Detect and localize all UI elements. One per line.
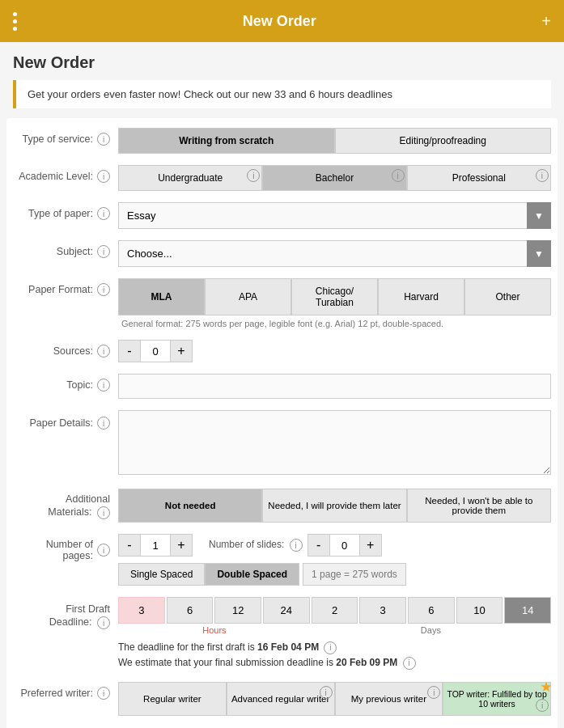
- deadline-12h-btn[interactable]: 12: [214, 597, 261, 624]
- pages-info-icon[interactable]: i: [97, 544, 110, 557]
- apa-btn[interactable]: APA: [205, 278, 291, 315]
- preferred-writer-info-icon[interactable]: i: [97, 687, 110, 700]
- top-bar: New Order +: [0, 0, 564, 42]
- provide-later-btn[interactable]: Needed, I will provide them later: [262, 489, 406, 523]
- deadline-14d-btn[interactable]: 14: [504, 597, 551, 624]
- deadline-2d-btn[interactable]: 2: [312, 597, 358, 624]
- deadline-6d-btn[interactable]: 6: [408, 597, 455, 624]
- slides-label: Number of slides: i: [209, 539, 303, 552]
- paper-format-label: Paper Format: i: [13, 278, 118, 296]
- deadline-10d-btn[interactable]: 10: [456, 597, 503, 624]
- sources-decrement-btn[interactable]: -: [118, 340, 141, 362]
- paper-format-info-icon[interactable]: i: [97, 283, 110, 296]
- bachelor-btn[interactable]: Bachelor i: [262, 165, 406, 191]
- spacing-group: Single Spaced Double Spaced 1 page = 275…: [118, 563, 551, 586]
- chicago-btn[interactable]: Chicago/ Turabian: [291, 278, 378, 315]
- type-of-paper-select[interactable]: Essay: [118, 202, 551, 229]
- deadline-3h-btn[interactable]: 3: [118, 597, 165, 624]
- editing-proofreading-btn[interactable]: Editing/proofreading: [335, 128, 552, 154]
- notice-banner: Get your orders even faster now! Check o…: [13, 80, 551, 108]
- paper-details-row: Paper Details: i: [13, 410, 551, 477]
- not-needed-btn[interactable]: Not needed: [118, 489, 262, 523]
- academic-level-info-icon[interactable]: i: [97, 170, 110, 183]
- advanced-writer-btn[interactable]: Advanced regular writer i: [227, 682, 335, 716]
- sources-info-icon[interactable]: i: [97, 345, 110, 358]
- deadline-6h-btn[interactable]: 6: [167, 597, 214, 624]
- deadline-3d-btn[interactable]: 3: [359, 597, 406, 624]
- top-writer-btn[interactable]: TOP writer: Fulfilled by top 10 writers …: [443, 682, 551, 716]
- previous-writer-info-icon[interactable]: i: [427, 686, 440, 699]
- preferred-writer-row: Preferred writer: i Regular writer Advan…: [13, 682, 551, 716]
- days-label: Days: [311, 625, 551, 635]
- type-of-service-info-icon[interactable]: i: [97, 133, 110, 146]
- topic-input-wrapper: [118, 374, 551, 399]
- topic-info-icon[interactable]: i: [97, 379, 110, 392]
- paper-details-textarea[interactable]: [118, 410, 551, 475]
- single-spaced-btn[interactable]: Single Spaced: [118, 563, 205, 586]
- undergraduate-btn[interactable]: Undergraduate i: [118, 165, 262, 191]
- mla-btn[interactable]: MLA: [118, 278, 205, 315]
- regular-writer-btn[interactable]: Regular writer: [118, 682, 227, 716]
- undergraduate-info-icon[interactable]: i: [247, 169, 260, 182]
- type-of-paper-info-icon[interactable]: i: [97, 207, 110, 220]
- preferred-writer-label: Preferred writer: i: [13, 682, 118, 700]
- double-spaced-btn[interactable]: Double Spaced: [205, 563, 299, 586]
- type-of-paper-row: Type of paper: i Essay ▼: [13, 202, 551, 229]
- slides-info-icon[interactable]: i: [290, 539, 303, 552]
- pages-stepper: - 1 +: [118, 534, 193, 557]
- deadline-info-icon[interactable]: i: [97, 616, 110, 629]
- academic-level-group: Undergraduate i Bachelor i Professional …: [118, 165, 551, 191]
- form-container: Type of service: i Writing from scratch …: [6, 118, 558, 728]
- advanced-writer-info-icon[interactable]: i: [320, 686, 333, 699]
- sources-label: Sources: i: [13, 340, 118, 358]
- pages-slides-row: Number of pages: i - 1 + Number of slide…: [13, 534, 551, 586]
- top-writer-info-icon[interactable]: i: [536, 699, 549, 712]
- academic-level-label: Academic Level: i: [13, 165, 118, 183]
- words-hint: 1 page = 275 words: [303, 563, 406, 586]
- cannot-provide-btn[interactable]: Needed, I won't be able to provide them: [407, 489, 551, 523]
- additional-materials-info-icon[interactable]: i: [97, 506, 110, 519]
- paper-details-info-icon[interactable]: i: [97, 417, 110, 430]
- other-btn[interactable]: Other: [464, 278, 551, 315]
- subject-select-wrapper: Choose... ▼: [118, 240, 551, 267]
- slides-increment-btn[interactable]: +: [359, 534, 382, 557]
- professional-btn[interactable]: Professional i: [407, 165, 551, 191]
- paper-details-label: Paper Details: i: [13, 410, 118, 430]
- topic-input[interactable]: [118, 374, 551, 399]
- slides-decrement-btn[interactable]: -: [307, 534, 330, 557]
- sources-increment-btn[interactable]: +: [170, 340, 193, 362]
- sources-stepper: - 0 +: [118, 340, 551, 362]
- subject-select[interactable]: Choose...: [118, 240, 551, 267]
- sources-row: Sources: i - 0 +: [13, 340, 551, 362]
- additional-materials-label: Additional Materials: i: [13, 489, 118, 519]
- paper-format-row: Paper Format: i MLA APA Chicago/ Turabia…: [13, 278, 551, 328]
- pages-slides-controls: - 1 + Number of slides: i - 0 +: [118, 534, 551, 586]
- paper-details-textarea-wrapper: [118, 410, 551, 477]
- pages-value: 1: [141, 534, 170, 557]
- first-draft-deadline-row: First Draft Deadline: i 3 6 12 24 2 3 6 …: [13, 597, 551, 671]
- type-of-paper-select-wrapper: Essay ▼: [118, 202, 551, 229]
- deadline-date1-info-icon[interactable]: i: [324, 641, 337, 654]
- academic-level-row: Academic Level: i Undergraduate i Bachel…: [13, 165, 551, 191]
- page-title: New Order: [0, 42, 564, 80]
- type-of-service-group: Writing from scratch Editing/proofreadin…: [118, 128, 551, 154]
- pages-decrement-btn[interactable]: -: [118, 534, 141, 557]
- slides-stepper: - 0 +: [307, 534, 382, 557]
- type-of-paper-label: Type of paper: i: [13, 202, 118, 220]
- bachelor-info-icon[interactable]: i: [392, 169, 405, 182]
- pages-increment-btn[interactable]: +: [170, 534, 193, 557]
- subject-label: Subject: i: [13, 240, 118, 258]
- subject-info-icon[interactable]: i: [97, 245, 110, 258]
- deadline-date2-info-icon[interactable]: i: [403, 657, 416, 670]
- harvard-btn[interactable]: Harvard: [378, 278, 464, 315]
- writing-from-scratch-btn[interactable]: Writing from scratch: [118, 128, 335, 154]
- professional-info-icon[interactable]: i: [536, 169, 549, 182]
- additional-materials-group: Not needed Needed, I will provide them l…: [118, 489, 551, 523]
- add-icon[interactable]: +: [541, 12, 551, 31]
- type-of-service-label: Type of service: i: [13, 128, 118, 146]
- subject-row: Subject: i Choose... ▼: [13, 240, 551, 267]
- deadline-24h-btn[interactable]: 24: [263, 597, 310, 624]
- previous-writer-btn[interactable]: My previous writer i: [335, 682, 443, 716]
- format-hint: General format: 275 words per page, legi…: [121, 319, 551, 328]
- slides-value: 0: [330, 534, 359, 557]
